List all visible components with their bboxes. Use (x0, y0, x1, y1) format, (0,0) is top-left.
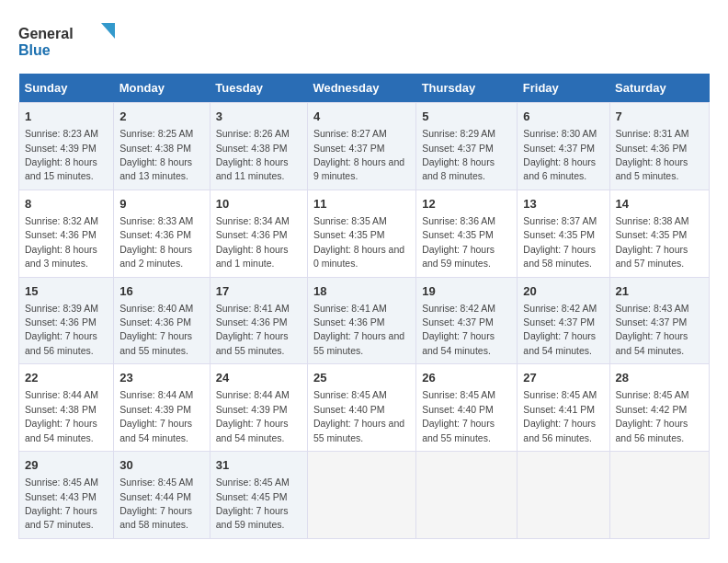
day-info: Sunrise: 8:41 AMSunset: 4:36 PMDaylight:… (216, 303, 290, 356)
calendar-cell: 23 Sunrise: 8:44 AMSunset: 4:39 PMDaylig… (114, 364, 210, 452)
day-number: 5 (422, 109, 511, 125)
calendar-cell: 12 Sunrise: 8:36 AMSunset: 4:35 PMDaylig… (416, 190, 518, 277)
day-info: Sunrise: 8:45 AMSunset: 4:43 PMDaylight:… (25, 477, 98, 530)
calendar-cell: 4 Sunrise: 8:27 AMSunset: 4:37 PMDayligh… (307, 103, 415, 190)
day-info: Sunrise: 8:25 AMSunset: 4:38 PMDaylight:… (119, 128, 193, 181)
day-number: 8 (25, 196, 108, 213)
day-number: 27 (523, 370, 603, 386)
calendar-cell: 3 Sunrise: 8:26 AMSunset: 4:38 PMDayligh… (210, 103, 307, 190)
header-sunday: Sunday (19, 74, 114, 103)
logo-container: General Blue (18, 18, 119, 64)
day-number: 13 (523, 196, 603, 213)
day-info: Sunrise: 8:39 AMSunset: 4:36 PMDaylight:… (25, 303, 98, 356)
day-number: 28 (616, 370, 704, 386)
day-number: 17 (216, 283, 301, 300)
calendar-cell: 1 Sunrise: 8:23 AMSunset: 4:39 PMDayligh… (19, 103, 114, 190)
day-number: 26 (422, 370, 511, 386)
calendar-cell (307, 452, 415, 539)
day-number: 20 (523, 283, 603, 300)
calendar-cell: 28 Sunrise: 8:45 AMSunset: 4:42 PMDaylig… (609, 364, 710, 452)
calendar-cell: 10 Sunrise: 8:34 AMSunset: 4:36 PMDaylig… (210, 190, 307, 277)
day-info: Sunrise: 8:45 AMSunset: 4:44 PMDaylight:… (119, 477, 193, 530)
calendar-cell: 18 Sunrise: 8:41 AMSunset: 4:36 PMDaylig… (307, 277, 415, 364)
calendar-cell: 17 Sunrise: 8:41 AMSunset: 4:36 PMDaylig… (210, 277, 307, 364)
day-number: 19 (422, 283, 511, 300)
calendar-header-row: SundayMondayTuesdayWednesdayThursdayFrid… (19, 74, 710, 103)
calendar-cell: 24 Sunrise: 8:44 AMSunset: 4:39 PMDaylig… (210, 364, 307, 452)
logo: General Blue (18, 18, 119, 64)
day-info: Sunrise: 8:27 AMSunset: 4:37 PMDaylight:… (313, 128, 404, 181)
svg-marker-2 (101, 23, 115, 39)
calendar-cell: 5 Sunrise: 8:29 AMSunset: 4:37 PMDayligh… (416, 103, 518, 190)
calendar-week-row: 29 Sunrise: 8:45 AMSunset: 4:43 PMDaylig… (19, 452, 710, 539)
calendar-cell: 14 Sunrise: 8:38 AMSunset: 4:35 PMDaylig… (609, 190, 710, 277)
day-number: 29 (25, 457, 108, 474)
header-wednesday: Wednesday (307, 74, 415, 103)
calendar-cell: 22 Sunrise: 8:44 AMSunset: 4:38 PMDaylig… (19, 364, 114, 452)
day-info: Sunrise: 8:42 AMSunset: 4:37 PMDaylight:… (422, 303, 495, 356)
calendar-cell: 2 Sunrise: 8:25 AMSunset: 4:38 PMDayligh… (114, 103, 210, 190)
day-number: 16 (119, 283, 204, 300)
calendar-cell: 31 Sunrise: 8:45 AMSunset: 4:45 PMDaylig… (210, 452, 307, 539)
day-info: Sunrise: 8:45 AMSunset: 4:42 PMDaylight:… (616, 389, 689, 442)
day-number: 9 (119, 196, 204, 213)
day-number: 1 (25, 109, 108, 125)
calendar-cell: 27 Sunrise: 8:45 AMSunset: 4:41 PMDaylig… (518, 364, 609, 452)
calendar-week-row: 1 Sunrise: 8:23 AMSunset: 4:39 PMDayligh… (19, 103, 710, 190)
day-number: 22 (25, 370, 108, 386)
day-info: Sunrise: 8:44 AMSunset: 4:39 PMDaylight:… (119, 389, 193, 442)
calendar-cell: 7 Sunrise: 8:31 AMSunset: 4:36 PMDayligh… (609, 103, 710, 190)
header-friday: Friday (518, 74, 609, 103)
day-info: Sunrise: 8:44 AMSunset: 4:39 PMDaylight:… (216, 389, 290, 442)
calendar-cell: 13 Sunrise: 8:37 AMSunset: 4:35 PMDaylig… (518, 190, 609, 277)
day-number: 24 (216, 370, 301, 386)
day-number: 7 (616, 109, 704, 125)
day-info: Sunrise: 8:45 AMSunset: 4:40 PMDaylight:… (313, 389, 404, 442)
calendar-cell: 6 Sunrise: 8:30 AMSunset: 4:37 PMDayligh… (518, 103, 609, 190)
header-monday: Monday (114, 74, 210, 103)
day-info: Sunrise: 8:38 AMSunset: 4:35 PMDaylight:… (616, 215, 689, 269)
calendar-cell: 29 Sunrise: 8:45 AMSunset: 4:43 PMDaylig… (19, 452, 114, 539)
day-info: Sunrise: 8:43 AMSunset: 4:37 PMDaylight:… (616, 303, 689, 356)
day-info: Sunrise: 8:36 AMSunset: 4:35 PMDaylight:… (422, 215, 495, 269)
day-info: Sunrise: 8:37 AMSunset: 4:35 PMDaylight:… (523, 215, 597, 269)
day-info: Sunrise: 8:42 AMSunset: 4:37 PMDaylight:… (523, 303, 597, 356)
calendar-cell: 20 Sunrise: 8:42 AMSunset: 4:37 PMDaylig… (518, 277, 609, 364)
calendar-cell: 15 Sunrise: 8:39 AMSunset: 4:36 PMDaylig… (19, 277, 114, 364)
day-number: 6 (523, 109, 603, 125)
day-info: Sunrise: 8:34 AMSunset: 4:36 PMDaylight:… (216, 215, 290, 269)
day-info: Sunrise: 8:45 AMSunset: 4:45 PMDaylight:… (216, 477, 290, 530)
calendar-cell: 8 Sunrise: 8:32 AMSunset: 4:36 PMDayligh… (19, 190, 114, 277)
day-number: 2 (119, 109, 204, 125)
day-info: Sunrise: 8:35 AMSunset: 4:35 PMDaylight:… (313, 215, 404, 269)
calendar-cell (609, 452, 710, 539)
day-info: Sunrise: 8:30 AMSunset: 4:37 PMDaylight:… (523, 128, 597, 181)
logo-svg: General Blue (18, 18, 119, 64)
calendar-cell: 25 Sunrise: 8:45 AMSunset: 4:40 PMDaylig… (307, 364, 415, 452)
page-header: General Blue (18, 18, 710, 64)
calendar-cell: 9 Sunrise: 8:33 AMSunset: 4:36 PMDayligh… (114, 190, 210, 277)
calendar-week-row: 15 Sunrise: 8:39 AMSunset: 4:36 PMDaylig… (19, 277, 710, 364)
svg-text:General: General (18, 26, 74, 41)
day-info: Sunrise: 8:40 AMSunset: 4:36 PMDaylight:… (119, 303, 193, 356)
day-number: 23 (119, 370, 204, 386)
calendar-cell: 11 Sunrise: 8:35 AMSunset: 4:35 PMDaylig… (307, 190, 415, 277)
day-number: 3 (216, 109, 301, 125)
day-info: Sunrise: 8:23 AMSunset: 4:39 PMDaylight:… (25, 128, 98, 181)
day-number: 15 (25, 283, 108, 300)
header-tuesday: Tuesday (210, 74, 307, 103)
day-info: Sunrise: 8:31 AMSunset: 4:36 PMDaylight:… (616, 128, 689, 181)
header-saturday: Saturday (609, 74, 710, 103)
calendar-cell (416, 452, 518, 539)
day-info: Sunrise: 8:45 AMSunset: 4:40 PMDaylight:… (422, 389, 495, 442)
day-info: Sunrise: 8:29 AMSunset: 4:37 PMDaylight:… (422, 128, 495, 181)
day-number: 11 (313, 196, 410, 213)
calendar-cell: 16 Sunrise: 8:40 AMSunset: 4:36 PMDaylig… (114, 277, 210, 364)
calendar-cell (518, 452, 609, 539)
calendar-table: SundayMondayTuesdayWednesdayThursdayFrid… (18, 74, 710, 539)
day-info: Sunrise: 8:26 AMSunset: 4:38 PMDaylight:… (216, 128, 290, 181)
day-info: Sunrise: 8:41 AMSunset: 4:36 PMDaylight:… (313, 303, 404, 356)
day-number: 14 (616, 196, 704, 213)
day-info: Sunrise: 8:45 AMSunset: 4:41 PMDaylight:… (523, 389, 597, 442)
day-info: Sunrise: 8:32 AMSunset: 4:36 PMDaylight:… (25, 215, 98, 269)
